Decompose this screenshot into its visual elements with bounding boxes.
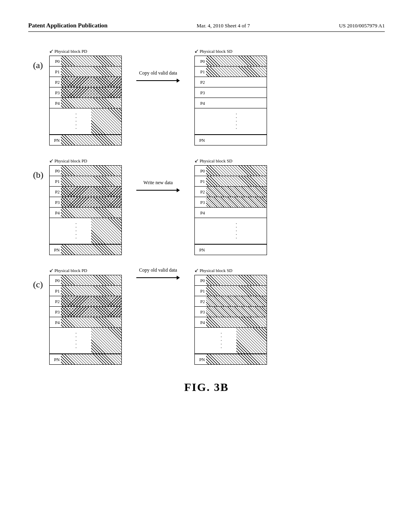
panel-c: (c) ↙ Physical block PD P0 P1 <box>49 267 364 365</box>
sd-block-a: P0 P1 P2 P3 <box>194 56 267 145</box>
panel-c-left-block: ↙ Physical block PD P0 P1 P2 <box>49 267 122 365</box>
dots-a-left: • • • • • <box>50 108 121 135</box>
publication-title: Patent Application Publication <box>28 22 108 29</box>
row-p0-a-left: P0 <box>50 56 121 66</box>
row-p3-a-left: P3 <box>50 87 121 98</box>
panel-c-right-block: ↙ Physical block SD P0 P1 P2 <box>194 267 267 365</box>
row-p0-a-right: P0 <box>195 56 267 66</box>
panel-c-right-label: ↙ Physical block SD <box>194 267 267 274</box>
panel-b-left-block: ↙ Physical block PD P0 P1 P2 <box>49 158 122 255</box>
panel-b-action: Write new data <box>144 180 173 186</box>
panel-b-right-label: ↙ Physical block SD <box>194 158 267 164</box>
sd-block-c: P0 P1 P2 P3 <box>194 275 267 365</box>
row-p3-a-right: P3 <box>195 87 267 98</box>
row-pn-a-right: PN <box>195 135 267 145</box>
pd-block-b: P0 P1 P2 P3 <box>49 165 122 255</box>
panel-a-label: (a) <box>33 60 43 71</box>
patent-number: US 2010/0057979 A1 <box>339 23 385 29</box>
panel-a-right-block: ↙ Physical block SD P0 P1 P2 <box>194 48 267 145</box>
pd-block-a: P0 P1 P2 P3 <box>49 56 122 145</box>
panel-c-left-label: ↙ Physical block PD <box>49 267 122 274</box>
dots-a-right: • • • • • <box>195 108 267 135</box>
panel-b-right-block: ↙ Physical block SD P0 P1 P2 <box>194 158 267 255</box>
curl-arrow-icon-r: ↙ <box>194 48 199 54</box>
panel-a-action: Copy old valid data <box>139 70 177 76</box>
panel-a-arrow <box>136 79 180 83</box>
panel-b-label: (b) <box>33 170 44 180</box>
page: Patent Application Publication Mar. 4, 2… <box>0 0 413 532</box>
figure-label: FIG. 3B <box>184 381 229 394</box>
panel-b-middle: Write new data <box>122 158 194 192</box>
panel-c-label: (c) <box>33 279 43 290</box>
panel-a-left-label: ↙ Physical block PD <box>49 48 122 54</box>
row-p1-a-left: P1 <box>50 66 121 77</box>
panel-a-middle: Copy old valid data <box>122 48 194 83</box>
row-p4-a-left: P4 <box>50 98 121 108</box>
pd-block-c: P0 P1 P2 P3 <box>49 275 122 365</box>
row-p2-a-right: P2 <box>195 77 267 87</box>
panel-b: (b) ↙ Physical block PD P0 P1 <box>49 158 364 255</box>
row-pn-a-left: PN <box>50 135 121 145</box>
row-p1-a-right: P1 <box>195 66 267 77</box>
panel-c-action: Copy old valid data <box>139 267 177 273</box>
panel-a-left-block: ↙ Physical block PD P0 P1 P2 <box>49 48 122 145</box>
publication-date: Mar. 4, 2010 Sheet 4 of 7 <box>197 23 250 29</box>
curl-arrow-icon: ↙ <box>49 48 54 54</box>
page-header: Patent Application Publication Mar. 4, 2… <box>28 22 385 32</box>
main-content: (a) ↙ Physical block PD P0 P1 <box>28 36 385 394</box>
row-p4-a-right: P4 <box>195 98 267 108</box>
panel-a: (a) ↙ Physical block PD P0 P1 <box>49 48 364 145</box>
sd-block-b: P0 P1 P2 P3 <box>194 165 267 255</box>
row-p2-a-left: P2 <box>50 77 121 87</box>
panel-b-left-label: ↙ Physical block PD <box>49 158 122 164</box>
panel-c-middle: Copy old valid data <box>122 267 194 293</box>
panel-a-right-label: ↙ Physical block SD <box>194 48 267 54</box>
